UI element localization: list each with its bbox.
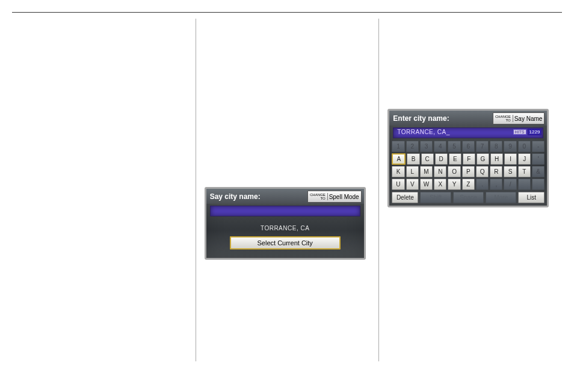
- list-button[interactable]: List: [518, 192, 545, 203]
- key-row-digits: 1234567890-: [392, 141, 545, 152]
- key-Y[interactable]: Y: [448, 179, 460, 190]
- column-1: [12, 19, 196, 361]
- hits-box: HITS 1229: [513, 129, 542, 135]
- key-E[interactable]: E: [449, 153, 461, 165]
- key-B[interactable]: B: [407, 153, 419, 165]
- page: Say city name: CHANGE TO Spell Mode TORR…: [12, 12, 562, 361]
- key-U[interactable]: U: [392, 179, 404, 190]
- key-O[interactable]: O: [448, 166, 460, 177]
- device-title: Enter city name:: [393, 114, 449, 123]
- key-L[interactable]: L: [406, 166, 419, 177]
- key-row-k: KLMNOPQRST&: [392, 166, 545, 177]
- key-X[interactable]: X: [434, 179, 446, 190]
- key-C[interactable]: C: [421, 153, 434, 165]
- column-3: Enter city name: CHANGE TO Say Name TORR…: [378, 19, 562, 361]
- key-1[interactable]: 1: [392, 141, 404, 152]
- device-title: Say city name:: [210, 192, 261, 201]
- key-9[interactable]: 9: [504, 141, 516, 152]
- keyboard: 1234567890- ABCDEFGHIJ' KLMNOPQRST& UVWX…: [389, 138, 547, 206]
- key-0[interactable]: 0: [518, 141, 531, 152]
- change-to-spell-button[interactable]: CHANGE TO Spell Mode: [307, 191, 362, 203]
- device-header: Say city name: CHANGE TO Spell Mode: [206, 189, 364, 204]
- key-A[interactable]: A: [392, 153, 406, 165]
- key-H[interactable]: H: [490, 153, 503, 165]
- key-J[interactable]: J: [518, 153, 531, 165]
- change-to-tag: CHANGE TO: [310, 193, 328, 200]
- text-input-field[interactable]: TORRANCE, CA_ HITS 1229: [393, 127, 543, 138]
- key-4[interactable]: 4: [434, 141, 446, 152]
- key-/[interactable]: /: [504, 179, 516, 190]
- hits-label: HITS: [513, 129, 526, 135]
- key-R[interactable]: R: [490, 166, 502, 177]
- key-row-u: UVWXYZ.,/: [392, 179, 545, 190]
- column-2: Say city name: CHANGE TO Spell Mode TORR…: [196, 19, 379, 361]
- change-to-tag: CHANGE TO: [495, 115, 513, 122]
- key-.[interactable]: .: [476, 179, 489, 190]
- key-'[interactable]: ': [532, 153, 545, 165]
- change-to-target: Say Name: [514, 115, 543, 122]
- key-6[interactable]: 6: [462, 141, 475, 152]
- key-5[interactable]: 5: [448, 141, 460, 152]
- key-G[interactable]: G: [477, 153, 489, 165]
- shift-button[interactable]: Shift: [420, 192, 451, 203]
- key-3[interactable]: 3: [420, 141, 433, 152]
- current-city-label: TORRANCE, CA: [206, 225, 364, 231]
- key-Q[interactable]: Q: [476, 166, 489, 177]
- key-P[interactable]: P: [462, 166, 475, 177]
- key-,[interactable]: ,: [490, 179, 502, 190]
- space-button[interactable]: Space: [453, 192, 484, 203]
- change-to-say-button[interactable]: CHANGE TO Say Name: [493, 112, 545, 124]
- key-&[interactable]: &: [532, 166, 545, 177]
- key-blank: [518, 179, 531, 190]
- key-2[interactable]: 2: [406, 141, 419, 152]
- select-current-city-button[interactable]: Select Current City: [230, 236, 341, 250]
- hits-value: 1229: [528, 129, 542, 135]
- key-blank: [532, 179, 545, 190]
- key-row-a: ABCDEFGHIJ': [392, 153, 545, 165]
- key-V[interactable]: V: [406, 179, 419, 190]
- key-S[interactable]: S: [504, 166, 516, 177]
- key-M[interactable]: M: [420, 166, 433, 177]
- text-input-value: TORRANCE, CA_: [397, 129, 449, 135]
- key-Z[interactable]: Z: [462, 179, 475, 190]
- key-K[interactable]: K: [392, 166, 404, 177]
- key-W[interactable]: W: [420, 179, 433, 190]
- say-city-device: Say city name: CHANGE TO Spell Mode TORR…: [205, 187, 366, 260]
- key-I[interactable]: I: [504, 153, 517, 165]
- key-row-bottom: Delete Shift Space More List: [392, 192, 545, 203]
- voice-input-field[interactable]: [210, 206, 360, 216]
- device-header: Enter city name: CHANGE TO Say Name: [389, 111, 547, 126]
- key-D[interactable]: D: [435, 153, 448, 165]
- key-8[interactable]: 8: [490, 141, 502, 152]
- key-F[interactable]: F: [463, 153, 475, 165]
- more-button[interactable]: More: [486, 192, 516, 203]
- enter-city-device: Enter city name: CHANGE TO Say Name TORR…: [387, 109, 549, 207]
- key-T[interactable]: T: [518, 166, 531, 177]
- key-7[interactable]: 7: [476, 141, 489, 152]
- change-to-target: Spell Mode: [329, 194, 359, 200]
- key--[interactable]: -: [532, 141, 545, 152]
- key-N[interactable]: N: [434, 166, 446, 177]
- delete-button[interactable]: Delete: [392, 192, 418, 203]
